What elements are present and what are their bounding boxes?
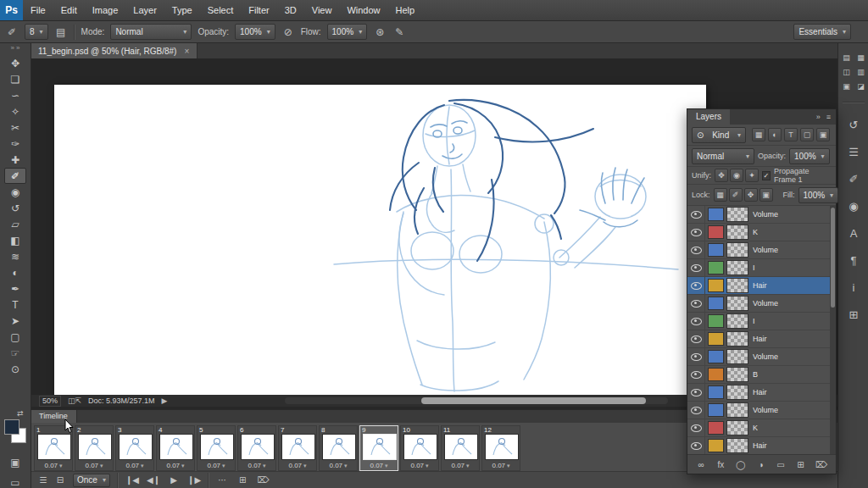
mini-bridge-icon[interactable]: ◫⇱ — [68, 396, 81, 405]
tween-button[interactable]: ⋯ — [216, 475, 228, 485]
eyedropper-tool[interactable]: ✑ — [4, 136, 26, 152]
brush-tool[interactable]: ✐ — [4, 168, 26, 184]
frame-thumbnail[interactable] — [322, 434, 356, 460]
timeline-frame[interactable]: 8 0.07▾ — [319, 425, 358, 471]
filter-kind-select[interactable]: ⊙ Kind ▾ — [692, 127, 746, 143]
frame-thumbnail[interactable] — [241, 434, 275, 460]
frame-delay-select[interactable]: 0.07▾ — [198, 462, 235, 469]
frame-delay-select[interactable]: 0.07▾ — [35, 462, 72, 469]
layer-row[interactable]: Volume — [687, 402, 836, 419]
character-panel-icon[interactable]: A — [850, 227, 858, 240]
blend-mode-select[interactable]: Normal ▾ — [110, 24, 192, 40]
lock-pixels-icon[interactable]: ✐ — [729, 188, 743, 202]
next-frame-button[interactable]: ❙▶ — [187, 475, 201, 485]
close-icon[interactable]: × — [184, 47, 189, 56]
layers-tab[interactable]: Layers — [687, 109, 730, 125]
frame-thumbnail[interactable] — [159, 434, 193, 460]
layer-fill-input[interactable]: 100% ▾ — [798, 187, 839, 203]
first-frame-button[interactable]: ❙◀ — [125, 475, 139, 485]
layers-scrollbar-track[interactable] — [830, 206, 836, 454]
dock-mini-icon-2[interactable]: ▦ — [855, 52, 866, 63]
lock-transparency-icon[interactable]: ▦ — [714, 188, 727, 202]
hand-tool[interactable]: ☞ — [4, 345, 26, 361]
menu-item[interactable]: Filter — [241, 0, 276, 20]
menu-item[interactable]: Help — [388, 0, 423, 20]
layer-row[interactable]: K — [687, 224, 836, 241]
visibility-toggle[interactable] — [687, 402, 705, 419]
previous-frame-button[interactable]: ◀❙ — [147, 475, 160, 485]
zoom-tool[interactable]: ⊙ — [4, 361, 26, 377]
shape-tool[interactable]: ▢ — [4, 329, 26, 345]
collapse-panel-icon[interactable]: » — [816, 113, 821, 121]
horizontal-scrollbar-thumb[interactable] — [421, 397, 646, 404]
visibility-toggle[interactable] — [687, 313, 705, 330]
layer-thumbnail[interactable] — [726, 260, 748, 275]
layer-thumbnail[interactable] — [726, 296, 748, 311]
layer-thumbnail[interactable] — [726, 438, 748, 453]
status-menu-arrow-icon[interactable]: ▶ — [162, 396, 168, 405]
visibility-toggle[interactable] — [687, 277, 705, 294]
healing-brush-tool[interactable]: ✚ — [4, 152, 26, 168]
frame-delay-select[interactable]: 0.07▾ — [157, 462, 194, 469]
zoom-level-field[interactable]: 50% — [39, 396, 61, 407]
layer-row[interactable]: I — [687, 259, 836, 277]
app-logo[interactable]: Ps — [0, 0, 23, 20]
pen-pressure-icon[interactable]: ✎ — [392, 25, 406, 39]
layer-row[interactable]: K — [687, 419, 836, 437]
frame-thumbnail[interactable] — [37, 434, 71, 460]
menu-item[interactable]: Layer — [125, 0, 164, 20]
visibility-toggle[interactable] — [687, 366, 705, 383]
layer-thumbnail[interactable] — [726, 385, 748, 400]
delete-layer-icon[interactable]: ⌦ — [815, 460, 827, 469]
timeline-frame[interactable]: 12 0.07▾ — [481, 425, 520, 471]
menu-item[interactable]: Window — [339, 0, 387, 20]
adjustment-layer-icon[interactable]: ◑ — [755, 460, 765, 469]
frame-thumbnail[interactable] — [78, 434, 112, 460]
document-tab[interactable]: 11_begin.psd @ 50% (Hair, RGB/8#) × — [31, 43, 198, 58]
paragraph-panel-icon[interactable]: ¶ — [851, 254, 857, 267]
brush-size-picker[interactable]: 8 ▾ — [25, 24, 48, 40]
layer-row[interactable]: I — [687, 313, 836, 330]
toolbar-grip[interactable]: » » — [0, 43, 31, 53]
layer-row[interactable]: Volume — [687, 206, 836, 224]
layer-thumbnail[interactable] — [726, 420, 748, 435]
frame-delay-select[interactable]: 0.07▾ — [279, 462, 316, 469]
canvas[interactable] — [54, 85, 706, 395]
dock-mini-icon-3[interactable]: ◫ — [841, 66, 852, 77]
delete-frame-button[interactable]: ⌦ — [257, 475, 269, 485]
timeline-frame[interactable]: 9 0.07▾ — [359, 425, 398, 471]
unify-visibility-icon[interactable]: ◉ — [730, 169, 743, 182]
visibility-toggle[interactable] — [687, 259, 705, 276]
link-layers-icon[interactable]: ∞ — [696, 460, 706, 469]
layer-thumbnail[interactable] — [726, 207, 748, 222]
dock-mini-icon-4[interactable]: ▥ — [855, 66, 866, 77]
frame-thumbnail[interactable] — [363, 434, 397, 460]
menu-item[interactable]: Image — [85, 0, 126, 20]
dock-mini-icon-5[interactable]: ▣ — [841, 80, 852, 92]
gradient-tool[interactable]: ◧ — [4, 232, 26, 248]
layer-thumbnail[interactable] — [726, 367, 748, 382]
unify-style-icon[interactable]: ✦ — [745, 169, 759, 182]
quick-mask-icon[interactable]: ▣ — [10, 457, 19, 469]
menu-item[interactable]: Edit — [53, 0, 85, 20]
layer-thumbnail[interactable] — [726, 225, 748, 240]
layer-row[interactable]: B — [687, 366, 836, 384]
menu-item[interactable]: Type — [164, 0, 200, 20]
layer-row[interactable]: Hair — [687, 384, 836, 402]
layer-opacity-input[interactable]: 100% ▾ — [789, 148, 830, 164]
unify-position-icon[interactable]: ✥ — [715, 169, 728, 182]
filter-adjustment-icon[interactable]: ◐ — [768, 128, 782, 141]
layer-thumbnail[interactable] — [726, 242, 748, 258]
layer-row[interactable]: Volume — [687, 348, 836, 366]
crop-tool[interactable]: ✂ — [4, 119, 26, 136]
pressure-opacity-icon[interactable]: ⊘ — [281, 25, 295, 39]
visibility-toggle[interactable] — [687, 348, 705, 365]
timeline-frame[interactable]: 11 0.07▾ — [441, 425, 480, 471]
frame-delay-select[interactable]: 0.07▾ — [320, 462, 357, 469]
menu-item[interactable]: File — [23, 0, 53, 20]
visibility-toggle[interactable] — [687, 384, 705, 401]
timeline-frame[interactable]: 3 0.07▾ — [115, 425, 154, 471]
clone-source-panel-icon[interactable]: ◉ — [849, 200, 858, 213]
clone-stamp-tool[interactable]: ◉ — [4, 184, 26, 200]
pen-tool[interactable]: ✒ — [4, 280, 26, 297]
